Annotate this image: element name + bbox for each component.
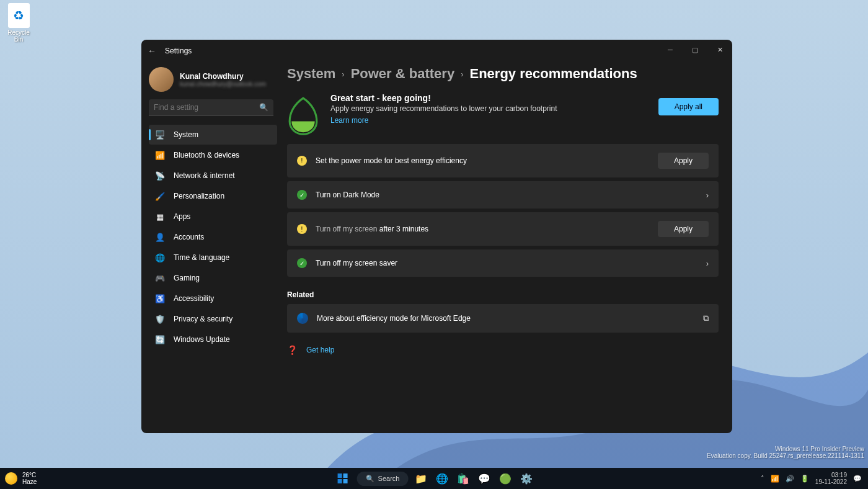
recommendation-text: Turn off my screen after 3 minutes xyxy=(316,225,658,233)
nav-label: Privacy & security xyxy=(174,315,232,323)
desktop-icon-recycle-bin[interactable]: ♻ Recycle Bin xyxy=(3,3,34,43)
chevron-right-icon: › xyxy=(706,259,709,268)
build-watermark: Windows 11 Pro Insider Preview Evaluatio… xyxy=(707,446,864,459)
nav-icon: 🖥️ xyxy=(155,130,165,140)
close-button[interactable]: ✕ xyxy=(707,40,732,60)
nav-label: System xyxy=(174,130,198,139)
breadcrumb: System › Power & battery › Energy recomm… xyxy=(287,66,719,82)
recommendation-text: Turn off my screen saver xyxy=(316,259,706,267)
taskbar-store-icon[interactable]: 🛍️ xyxy=(455,470,471,487)
sidebar-item-system[interactable]: 🖥️System xyxy=(149,125,277,145)
sidebar-item-windows-update[interactable]: 🔄Windows Update xyxy=(149,330,277,349)
sidebar-item-apps[interactable]: ▦Apps xyxy=(149,207,277,227)
taskbar-app-icon[interactable]: 💬 xyxy=(476,470,492,487)
nav-label: Accounts xyxy=(174,233,204,241)
external-link-icon: ⧉ xyxy=(703,313,709,323)
check-icon: ✓ xyxy=(297,258,307,268)
nav-label: Accessibility xyxy=(174,294,214,303)
start-button[interactable] xyxy=(334,469,352,488)
sidebar-item-bluetooth-devices[interactable]: 📶Bluetooth & devices xyxy=(149,145,277,165)
nav-label: Windows Update xyxy=(174,335,230,344)
apply-all-button[interactable]: Apply all xyxy=(658,98,719,115)
taskbar-settings-icon[interactable]: ⚙️ xyxy=(518,470,534,487)
tray-chevron-icon[interactable]: ˄ xyxy=(761,475,764,483)
minimize-button[interactable]: ─ xyxy=(658,40,683,60)
taskbar-search[interactable]: 🔍 Search xyxy=(357,472,409,486)
sidebar-item-personalization[interactable]: 🖌️Personalization xyxy=(149,186,277,206)
back-button[interactable]: ← xyxy=(148,46,156,56)
sidebar-item-accounts[interactable]: 👤Accounts xyxy=(149,227,277,247)
nav-icon: 📡 xyxy=(155,171,165,181)
nav-icon: 👤 xyxy=(155,232,165,242)
recommendation-row[interactable]: ✓Turn off my screen saver› xyxy=(287,249,719,277)
apply-button[interactable]: Apply xyxy=(658,221,709,237)
hero-subtitle: Apply energy saving recommendations to l… xyxy=(330,104,647,113)
sidebar-item-time-language[interactable]: 🌐Time & language xyxy=(149,248,277,267)
user-name: Kunal Chowdhury xyxy=(180,72,266,81)
sidebar-item-accessibility[interactable]: ♿Accessibility xyxy=(149,289,277,308)
learn-more-link[interactable]: Learn more xyxy=(330,116,368,125)
get-help-row[interactable]: ❓ Get help xyxy=(287,345,719,355)
recommendation-text: Set the power mode for best energy effic… xyxy=(316,156,658,165)
search-icon: 🔍 xyxy=(366,475,374,483)
weather-temp: 26°C xyxy=(22,472,37,478)
recommendation-row[interactable]: !Turn off my screen after 3 minutesApply xyxy=(287,212,719,246)
notifications-icon[interactable]: 💬 xyxy=(853,475,862,483)
nav-label: Apps xyxy=(174,212,190,221)
search-input[interactable] xyxy=(154,103,259,112)
tray-battery-icon[interactable]: 🔋 xyxy=(800,475,809,483)
nav-icon: 🖌️ xyxy=(155,191,165,201)
recommendation-row[interactable]: ✓Turn on Dark Mode› xyxy=(287,181,719,209)
related-edge-efficiency[interactable]: More about efficiency mode for Microsoft… xyxy=(287,304,719,333)
tray-network-icon[interactable]: 📶 xyxy=(771,475,779,483)
nav-icon: 🔄 xyxy=(155,334,165,344)
nav-icon: 🛡️ xyxy=(155,314,165,324)
sidebar-item-privacy-security[interactable]: 🛡️Privacy & security xyxy=(149,309,277,329)
nav-icon: 🎮 xyxy=(155,273,165,283)
clock[interactable]: 03:19 19-11-2022 xyxy=(815,472,847,485)
sidebar-item-network-internet[interactable]: 📡Network & internet xyxy=(149,166,277,186)
settings-window: ← Settings ─ ▢ ✕ Kunal Chowdhury kunal.c… xyxy=(141,40,732,433)
check-icon: ✓ xyxy=(297,190,307,200)
tray-volume-icon[interactable]: 🔊 xyxy=(786,475,794,483)
nav-icon: ♿ xyxy=(155,294,165,303)
weather-icon xyxy=(5,472,17,485)
avatar xyxy=(149,67,174,92)
chevron-right-icon: › xyxy=(461,70,463,79)
sidebar: Kunal Chowdhury kunal.chowdhury@outlook.… xyxy=(141,62,282,433)
weather-cond: Haze xyxy=(22,478,37,485)
related-text: More about efficiency mode for Microsoft… xyxy=(317,314,703,323)
related-heading: Related xyxy=(287,290,719,299)
nav-icon: 🌐 xyxy=(155,253,165,262)
taskbar-edge-icon[interactable]: 🌐 xyxy=(434,470,450,487)
warning-icon: ! xyxy=(297,224,307,234)
weather-widget[interactable]: 26°C Haze xyxy=(5,472,37,485)
edge-icon xyxy=(297,313,308,324)
content-pane: System › Power & battery › Energy recomm… xyxy=(282,62,732,433)
user-email: kunal.chowdhury@outlook.com xyxy=(180,81,266,87)
chevron-right-icon: › xyxy=(706,191,709,200)
search-box[interactable]: 🔍 xyxy=(149,99,273,116)
nav-icon: 📶 xyxy=(155,150,165,160)
titlebar: ← Settings ─ ▢ ✕ xyxy=(141,40,732,62)
user-profile[interactable]: Kunal Chowdhury kunal.chowdhury@outlook.… xyxy=(149,67,282,92)
sidebar-item-gaming[interactable]: 🎮Gaming xyxy=(149,268,277,288)
recommendation-row[interactable]: !Set the power mode for best energy effi… xyxy=(287,144,719,177)
desktop-icon-label: Recycle Bin xyxy=(3,29,34,43)
get-help-link[interactable]: Get help xyxy=(306,346,334,354)
breadcrumb-power[interactable]: Power & battery xyxy=(351,66,455,82)
taskbar: 26°C Haze 🔍 Search 📁 🌐 🛍️ 💬 🟢 ⚙️ ˄ 📶 🔊 🔋… xyxy=(0,468,868,489)
apply-button[interactable]: Apply xyxy=(658,153,709,169)
breadcrumb-system[interactable]: System xyxy=(287,66,335,82)
hero-banner: Great start - keep going! Apply energy s… xyxy=(287,93,719,134)
nav-icon: ▦ xyxy=(155,212,165,222)
maximize-button[interactable]: ▢ xyxy=(683,40,707,60)
system-tray[interactable]: ˄ 📶 🔊 🔋 03:19 19-11-2022 💬 xyxy=(761,472,862,485)
recommendation-text: Turn on Dark Mode xyxy=(316,191,706,199)
taskbar-explorer-icon[interactable]: 📁 xyxy=(413,470,429,487)
nav-label: Time & language xyxy=(174,253,229,262)
hero-title: Great start - keep going! xyxy=(330,93,647,103)
breadcrumb-current: Energy recommendations xyxy=(469,66,637,82)
warning-icon: ! xyxy=(297,156,307,166)
taskbar-edge-dev-icon[interactable]: 🟢 xyxy=(497,470,513,487)
